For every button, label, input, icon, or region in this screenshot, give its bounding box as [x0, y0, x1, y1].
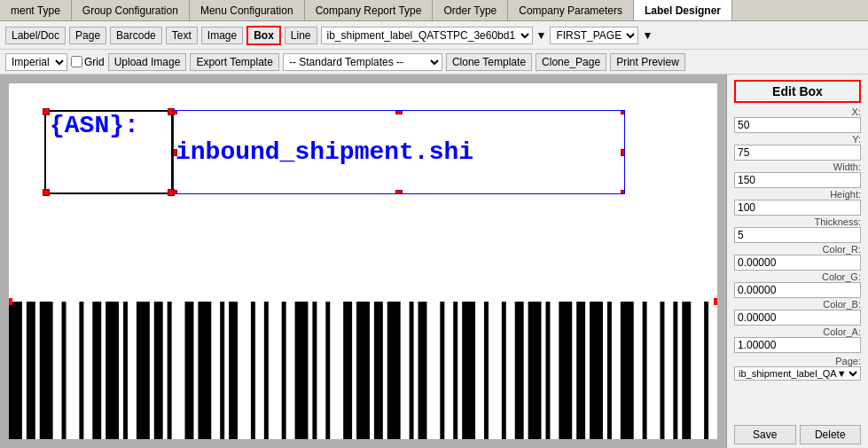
svg-rect-28: [453, 302, 457, 439]
svg-rect-19: [312, 302, 317, 439]
svg-rect-30: [484, 302, 489, 439]
height-label: Height:: [734, 189, 861, 200]
color-a-label: Color_A:: [734, 326, 861, 337]
svg-rect-33: [528, 302, 542, 439]
box-button[interactable]: Box: [246, 26, 281, 45]
text-handle-br[interactable]: [621, 190, 625, 194]
text-button[interactable]: Text: [166, 27, 198, 44]
text-handle-tm[interactable]: [395, 110, 403, 114]
svg-rect-31: [502, 302, 506, 439]
svg-rect-13: [220, 302, 224, 439]
page-prop-row: Page: ib_shipment_label_QA▼: [727, 356, 868, 381]
svg-rect-8: [137, 302, 150, 439]
grid-checkbox[interactable]: [71, 56, 82, 67]
height-input[interactable]: [734, 200, 861, 216]
label-canvas[interactable]: {ASN}: inbound_shipment.shi: [9, 83, 717, 439]
text-element[interactable]: inbound_shipment.shi: [173, 110, 625, 194]
barcode-svg: [9, 302, 717, 439]
clone-page-button[interactable]: Clone_Page: [536, 53, 606, 71]
print-preview-button[interactable]: Print Preview: [610, 53, 685, 71]
clone-template-button[interactable]: Clone Template: [446, 53, 532, 71]
canvas-area[interactable]: {ASN}: inbound_shipment.shi: [0, 75, 726, 448]
svg-rect-24: [387, 302, 401, 439]
toolbar-row2: Imperial Grid Upload Image Export Templa…: [0, 50, 868, 75]
tab-company-report[interactable]: Company Report Type: [305, 0, 434, 20]
svg-rect-41: [660, 302, 664, 439]
save-button[interactable]: Save: [734, 425, 796, 444]
svg-rect-5: [92, 302, 101, 439]
top-tabs-bar: ment Type Group Configuration Menu Confi…: [0, 0, 868, 21]
svg-rect-22: [356, 302, 370, 439]
tab-shipment-type[interactable]: ment Type: [0, 0, 72, 20]
svg-rect-12: [198, 302, 211, 439]
svg-rect-6: [106, 302, 119, 439]
template-select[interactable]: ib_shipment_label_QATSTPC_3e60bd1: [321, 27, 533, 44]
svg-rect-16: [264, 302, 269, 439]
barcode-element[interactable]: [9, 302, 717, 439]
color-b-input[interactable]: [734, 310, 861, 326]
line-button[interactable]: Line: [285, 27, 317, 44]
svg-rect-23: [374, 302, 383, 439]
color-a-input[interactable]: [734, 337, 861, 353]
box-text: {ASN}:: [46, 108, 143, 143]
color-g-input[interactable]: [734, 282, 861, 298]
svg-rect-25: [410, 302, 414, 439]
color-r-prop-row: Color_R:: [727, 244, 868, 271]
tab-label-designer[interactable]: Label Designer: [634, 0, 732, 20]
color-r-input[interactable]: [734, 255, 861, 271]
svg-rect-20: [325, 302, 330, 439]
width-label: Width:: [734, 161, 861, 172]
upload-image-button[interactable]: Upload Image: [108, 53, 187, 71]
right-panel: Edit Box X: Y: Width: Height: Thickness:…: [726, 75, 868, 448]
export-template-button[interactable]: Export Template: [190, 53, 279, 71]
text-handle-tl[interactable]: [173, 110, 177, 114]
x-label: X:: [734, 106, 861, 117]
handle-bl[interactable]: [43, 189, 50, 196]
barcode-handle-tl[interactable]: [9, 298, 12, 305]
svg-rect-35: [559, 302, 572, 439]
label-doc-button[interactable]: Label/Doc: [5, 27, 66, 44]
color-g-label: Color_G:: [734, 271, 861, 282]
box-element[interactable]: {ASN}:: [44, 110, 173, 194]
svg-rect-18: [295, 302, 309, 439]
text-handle-bm[interactable]: [395, 190, 403, 194]
y-label: Y:: [734, 134, 861, 145]
height-prop-row: Height:: [727, 189, 868, 216]
tab-order-type[interactable]: Order Type: [433, 0, 508, 20]
image-button[interactable]: Image: [201, 27, 243, 44]
y-input[interactable]: [734, 145, 861, 161]
thickness-label: Thickness:: [734, 216, 861, 227]
svg-rect-15: [251, 302, 255, 439]
thickness-input[interactable]: [734, 227, 861, 243]
width-input[interactable]: [734, 172, 861, 188]
svg-rect-29: [462, 302, 475, 439]
thickness-prop-row: Thickness:: [727, 216, 868, 243]
svg-rect-32: [515, 302, 524, 439]
delete-button[interactable]: Delete: [800, 425, 862, 444]
text-handle-mr[interactable]: [621, 149, 625, 156]
standard-templates-select[interactable]: -- Standard Templates --: [283, 53, 442, 71]
text-handle-ml[interactable]: [173, 149, 177, 156]
page-select[interactable]: ib_shipment_label_QA▼: [734, 366, 861, 381]
page-button[interactable]: Page: [69, 27, 106, 44]
page-position-select[interactable]: FIRST_PAGE: [550, 27, 638, 44]
svg-rect-27: [440, 302, 444, 439]
tab-company-params[interactable]: Company Parameters: [508, 0, 634, 20]
tab-group-config[interactable]: Group Configuration: [72, 0, 190, 20]
grid-checkbox-label[interactable]: Grid: [71, 56, 105, 68]
color-b-label: Color_B:: [734, 299, 861, 310]
barcode-button[interactable]: Barcode: [110, 27, 162, 44]
svg-rect-4: [79, 302, 83, 439]
color-b-prop-row: Color_B:: [727, 299, 868, 326]
svg-rect-44: [704, 302, 708, 439]
main-area: {ASN}: inbound_shipment.shi: [0, 75, 868, 448]
x-input[interactable]: [734, 117, 861, 133]
handle-tl[interactable]: [43, 108, 50, 115]
text-handle-bl[interactable]: [173, 190, 177, 194]
svg-rect-1: [27, 302, 35, 439]
tab-menu-config[interactable]: Menu Configuration: [190, 0, 305, 20]
svg-rect-43: [682, 302, 691, 439]
barcode-handle-tr[interactable]: [714, 298, 717, 305]
text-handle-tr[interactable]: [621, 110, 625, 114]
units-select[interactable]: Imperial: [5, 53, 67, 71]
